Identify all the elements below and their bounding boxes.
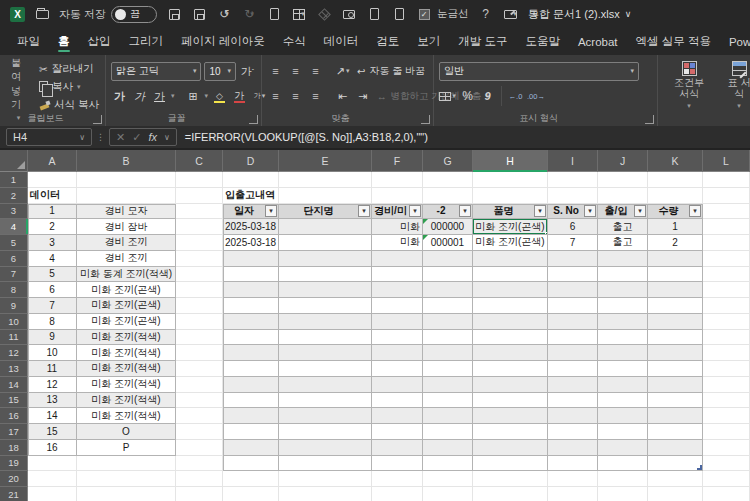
table-resize-handle[interactable] xyxy=(697,465,702,470)
row-header-17[interactable]: 17 xyxy=(0,424,28,440)
cell-A8[interactable]: 6 xyxy=(28,282,77,298)
cell-G3[interactable]: -2▾ xyxy=(423,204,473,220)
cell-C1[interactable] xyxy=(176,172,223,188)
cell-A2[interactable]: 데이터 xyxy=(28,188,77,204)
cell-E3[interactable]: 단지명▾ xyxy=(279,204,372,220)
cell-C3[interactable] xyxy=(176,204,223,220)
cell-D16[interactable] xyxy=(223,408,279,424)
cell-H8[interactable] xyxy=(473,282,548,298)
cell-L1[interactable] xyxy=(703,172,750,188)
cell-I16[interactable] xyxy=(548,408,598,424)
cell-A7[interactable]: 5 xyxy=(28,267,77,283)
cell-A12[interactable]: 10 xyxy=(28,345,77,361)
cell-L21[interactable] xyxy=(703,487,750,501)
cell-I10[interactable] xyxy=(548,314,598,330)
tab-formulas[interactable]: 수식 xyxy=(274,28,315,55)
cell-A11[interactable]: 9 xyxy=(28,330,77,346)
cell-J16[interactable] xyxy=(598,408,648,424)
column-header-G[interactable]: G xyxy=(423,150,473,172)
cell-H19[interactable] xyxy=(473,456,548,472)
cell-A20[interactable] xyxy=(28,471,77,487)
column-header-L[interactable]: L xyxy=(703,150,750,172)
column-header-I[interactable]: I xyxy=(548,150,598,172)
cell-B13[interactable]: 미화 조끼(적색) xyxy=(77,361,176,377)
align-left-button[interactable]: ≡ xyxy=(267,87,284,105)
column-header-A[interactable]: A xyxy=(28,150,77,172)
cell-E20[interactable] xyxy=(279,471,372,487)
cell-E12[interactable] xyxy=(279,345,372,361)
excel-logo-icon[interactable]: X xyxy=(10,7,25,22)
cell-E17[interactable] xyxy=(279,424,372,440)
italic-button[interactable]: 가 xyxy=(131,87,148,105)
cell-B19[interactable] xyxy=(77,456,176,472)
cell-I15[interactable] xyxy=(548,393,598,409)
cell-H11[interactable] xyxy=(473,330,548,346)
cell-L20[interactable] xyxy=(703,471,750,487)
cell-D13[interactable] xyxy=(223,361,279,377)
cell-J15[interactable] xyxy=(598,393,648,409)
decrease-indent-button[interactable]: ⇤ xyxy=(334,87,351,105)
align-bottom-button[interactable]: ≡ xyxy=(307,62,324,80)
cell-B6[interactable]: 경비 조끼 xyxy=(77,251,176,267)
cell-H10[interactable] xyxy=(473,314,548,330)
cell-A6[interactable]: 4 xyxy=(28,251,77,267)
cell-I7[interactable] xyxy=(548,267,598,283)
cell-E6[interactable] xyxy=(279,251,372,267)
cell-H14[interactable] xyxy=(473,377,548,393)
cell-I2[interactable] xyxy=(548,188,598,204)
cell-J4[interactable]: 출고 xyxy=(598,219,648,235)
align-middle-button[interactable]: ≡ xyxy=(287,62,304,80)
row-header-9[interactable]: 9 xyxy=(0,298,28,314)
cell-B16[interactable]: 미화 조끼(적색) xyxy=(77,408,176,424)
cell-C2[interactable] xyxy=(176,188,223,204)
cell-F7[interactable] xyxy=(372,267,423,283)
cell-C9[interactable] xyxy=(176,298,223,314)
row-header-4[interactable]: 4 xyxy=(0,219,28,235)
cell-H12[interactable] xyxy=(473,345,548,361)
enter-icon[interactable]: ✓ xyxy=(132,131,141,144)
cell-H4[interactable]: 미화 조끼(곤색) xyxy=(473,219,548,235)
row-header-3[interactable]: 3 xyxy=(0,204,28,220)
keytips-icon[interactable]: ? xyxy=(478,6,494,22)
cell-J1[interactable] xyxy=(598,172,648,188)
cell-K3[interactable]: 수량▾ xyxy=(648,204,703,220)
cell-K7[interactable] xyxy=(648,267,703,283)
cell-B20[interactable] xyxy=(77,471,176,487)
cell-J19[interactable] xyxy=(598,456,648,472)
cell-L8[interactable] xyxy=(703,282,750,298)
increase-font-size-button[interactable]: 가ˆ xyxy=(239,62,256,80)
cell-G7[interactable] xyxy=(423,267,473,283)
cell-E14[interactable] xyxy=(279,377,372,393)
cell-B8[interactable]: 미화 조끼(곤색) xyxy=(77,282,176,298)
cell-G11[interactable] xyxy=(423,330,473,346)
cell-E18[interactable] xyxy=(279,440,372,456)
cell-K4[interactable]: 1 xyxy=(648,219,703,235)
cell-K15[interactable] xyxy=(648,393,703,409)
cell-K12[interactable] xyxy=(648,345,703,361)
cell-I8[interactable] xyxy=(548,282,598,298)
cell-D20[interactable] xyxy=(223,471,279,487)
wrap-text-button[interactable]: ↩자동 줄 바꿈 xyxy=(354,63,428,80)
comma-style-button[interactable]: 9 xyxy=(479,87,496,105)
cell-C4[interactable] xyxy=(176,219,223,235)
row-header-19[interactable]: 19 xyxy=(0,456,28,472)
cell-B14[interactable]: 미화 조끼(적색) xyxy=(77,377,176,393)
tab-help[interactable]: 도움말 xyxy=(516,28,569,55)
cell-C14[interactable] xyxy=(176,377,223,393)
copy-button[interactable]: 복사▾ xyxy=(36,78,102,95)
cell-J18[interactable] xyxy=(598,440,648,456)
cell-G18[interactable] xyxy=(423,440,473,456)
cancel-icon[interactable]: ✕ xyxy=(116,131,125,144)
cell-C11[interactable] xyxy=(176,330,223,346)
cell-A10[interactable]: 8 xyxy=(28,314,77,330)
tab-power-pivot[interactable]: Power Pivot xyxy=(720,28,750,55)
cell-C8[interactable] xyxy=(176,282,223,298)
cell-L14[interactable] xyxy=(703,377,750,393)
cell-K6[interactable] xyxy=(648,251,703,267)
tab-developer[interactable]: 개발 도구 xyxy=(449,28,516,55)
cell-E2[interactable] xyxy=(279,188,372,204)
cell-G12[interactable] xyxy=(423,345,473,361)
align-right-button[interactable]: ≡ xyxy=(307,87,324,105)
open-folder-icon[interactable] xyxy=(34,6,50,22)
fill-color-button[interactable]: ◇ xyxy=(211,87,228,105)
